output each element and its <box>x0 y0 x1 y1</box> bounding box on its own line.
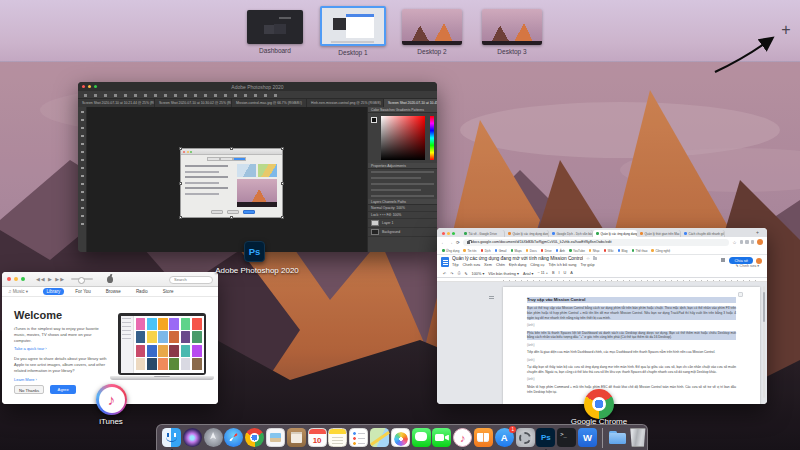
hue-slider[interactable] <box>430 116 434 160</box>
dock-item-preview[interactable] <box>266 428 285 447</box>
learn-more-link[interactable]: Learn More › <box>14 377 110 382</box>
photoshop-toolbox[interactable] <box>78 107 87 252</box>
document-outline-icon[interactable] <box>489 296 494 300</box>
media-picker-dropdown[interactable]: ♫ Music ▾ <box>8 289 28 294</box>
saturation-picker[interactable] <box>381 116 425 160</box>
dock-item-finder[interactable] <box>162 428 181 447</box>
menu-item[interactable]: Công cụ <box>530 263 544 267</box>
dock-item-calendar[interactable]: 10 <box>308 428 327 447</box>
forward-button[interactable]: → <box>449 240 454 245</box>
close-button[interactable] <box>442 232 445 235</box>
menu-item[interactable]: Xem <box>484 263 492 267</box>
dock-item-appstore[interactable]: A1 <box>495 428 514 447</box>
dock-item-photos[interactable] <box>391 428 410 447</box>
layer-row[interactable]: Background <box>368 228 437 237</box>
transform-handle[interactable] <box>281 182 284 185</box>
minimize-button[interactable] <box>14 277 18 281</box>
toolbar-control[interactable]: ✎ <box>464 271 467 276</box>
bookmark-item[interactable]: Tin tức <box>463 249 476 253</box>
minimize-button[interactable] <box>447 232 450 235</box>
lock-row[interactable]: Lock: ▪ ▪ ▪ Fill: 100% <box>368 212 437 219</box>
transform-handle[interactable] <box>281 216 284 219</box>
chrome-app-icon[interactable] <box>584 389 614 419</box>
window-controls[interactable] <box>442 232 457 235</box>
itunes-app-icon[interactable] <box>96 384 127 415</box>
dock-item-trash[interactable] <box>628 428 647 447</box>
bookmark-item[interactable]: Dịch <box>481 249 491 253</box>
back-button[interactable]: ← <box>441 240 446 245</box>
menu-item[interactable]: Định dạng <box>509 263 526 267</box>
account-avatar[interactable] <box>756 258 762 264</box>
zoom-button[interactable] <box>452 232 455 235</box>
bookmark-item[interactable]: Docs <box>526 249 537 253</box>
transform-handle[interactable] <box>179 147 182 150</box>
transform-handle[interactable] <box>230 147 233 150</box>
dock-item-reminders[interactable] <box>349 428 368 447</box>
ps-document-tab[interactable]: Hinh-nen-mission-control.png @ 25% (RGB/… <box>307 99 383 107</box>
document-title[interactable]: Quản lý các ứng dụng đang mở với tính nă… <box>452 256 583 261</box>
dock-item-system-preferences[interactable] <box>516 428 535 447</box>
dock-item-contacts[interactable] <box>287 428 306 447</box>
document-page[interactable]: Truy cập vào Mission ControlBạn có thể t… <box>503 287 760 404</box>
address-bar[interactable]: docs.google.com/document/d/1kXbB3kTwRgjm… <box>463 239 730 246</box>
ps-document-tab[interactable]: Screen Shot 2020-07-10 at 10.45.18 @ 25%… <box>384 99 437 107</box>
zoom-button[interactable] <box>21 277 25 281</box>
no-thanks-button[interactable]: No Thanks <box>14 385 44 394</box>
toolbar-control[interactable]: ↶ <box>443 271 446 276</box>
chrome-window[interactable]: Tải về - Google Drive Quản lý các ứng dụ… <box>437 228 767 404</box>
transform-selection[interactable] <box>180 148 283 218</box>
foreground-color-chip[interactable] <box>371 117 377 123</box>
dock-item-siri[interactable] <box>183 428 202 447</box>
menu-item[interactable]: Chỉnh sửa <box>463 263 481 267</box>
ps-document-tab[interactable]: Screen Shot 2020-07-10 at 10.30.02 @ 25%… <box>155 99 231 107</box>
menu-item[interactable]: Trợ giúp <box>580 263 594 267</box>
editing-mode-dropdown[interactable]: ✎ Chỉnh sửa ▾ <box>736 264 759 268</box>
transform-handle[interactable] <box>230 216 233 219</box>
menu-item[interactable]: Tiện ích bổ sung <box>548 263 576 267</box>
space-dashboard[interactable]: Dashboard <box>244 10 306 54</box>
transform-handle[interactable] <box>179 216 182 219</box>
toolbar-control[interactable]: 100% ▾ <box>472 271 485 276</box>
bookmark-item[interactable]: Wiki <box>604 249 614 253</box>
share-button[interactable]: Chia sẻ <box>729 257 753 264</box>
dock-item-facetime[interactable] <box>432 428 451 447</box>
itunes-nav-item[interactable]: Radio <box>132 288 152 295</box>
dock-item-itunes[interactable] <box>453 428 472 447</box>
new-tab-button[interactable]: + <box>754 229 761 235</box>
quick-tour-link[interactable]: Take a quick tour › <box>14 346 110 351</box>
dock-item-notes[interactable] <box>328 428 347 447</box>
dock-item-messages[interactable] <box>412 428 431 447</box>
star-document-icon[interactable]: ☆ <box>586 256 590 261</box>
toolbar-control[interactable]: Arial ▾ <box>523 271 534 276</box>
menu-item[interactable]: Tệp <box>452 263 459 267</box>
dock-item-maps[interactable] <box>370 428 389 447</box>
apps-grid-icon[interactable] <box>721 258 726 263</box>
dock-item-downloads[interactable] <box>608 428 627 447</box>
bookmark-item[interactable]: Thể thao <box>632 249 648 253</box>
toolbar-control[interactable]: ⎙ <box>457 271 460 275</box>
layer-row[interactable]: Layer 1 <box>368 219 437 228</box>
bookmark-item[interactable]: Gmail <box>495 249 507 253</box>
scrollbar[interactable] <box>763 286 765 398</box>
toolbar-control[interactable]: ↷ <box>450 271 453 276</box>
playback-controls[interactable]: ◀◀ ▶ ▶▶ <box>36 276 65 282</box>
dock-item-chrome[interactable] <box>245 428 264 447</box>
browser-tab[interactable]: Google Dịch - Dịch văn bản <box>549 230 593 237</box>
dock-item-books[interactable] <box>474 428 493 447</box>
photoshop-window[interactable]: Adobe Photoshop 2020 Screen Shot 2020-07… <box>78 82 437 252</box>
close-button[interactable] <box>7 277 11 281</box>
bookmark-item[interactable]: Drive <box>541 249 552 253</box>
profile-avatar[interactable] <box>757 239 763 245</box>
toolbar-control[interactable]: − 11 + <box>537 271 548 275</box>
bookmark-item[interactable]: Ảnh <box>556 249 565 253</box>
toolbar-control[interactable]: B <box>552 271 555 275</box>
ps-document-tab[interactable]: Mission-control-mac.jpg @ 66.7% (RGB/8#) <box>232 99 306 107</box>
bookmark-star-icon[interactable]: ☆ <box>732 240 736 245</box>
bookmark-item[interactable]: Ứng dụng <box>442 249 459 253</box>
toolbar-control[interactable]: Văn bản thường ▾ <box>488 271 519 276</box>
space-desktop-2[interactable]: Desktop 2 <box>400 9 464 55</box>
browser-tab[interactable]: Quản lý các ứng dụng đang mở <box>505 230 549 237</box>
dock-item-terminal[interactable]: >_ <box>557 428 576 447</box>
space-desktop-1[interactable]: Desktop 1 <box>318 6 388 56</box>
move-folder-icon[interactable] <box>593 257 597 260</box>
